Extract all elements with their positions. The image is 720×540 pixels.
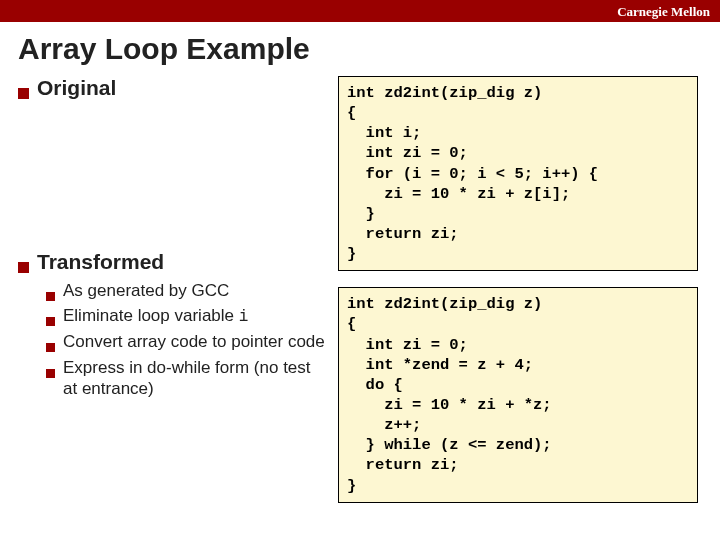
list-item: As generated by GCC [18,280,328,301]
square-bullet-icon [46,317,55,326]
content-area: Original Transformed As generated by GCC… [0,76,720,519]
brand-text: Carnegie Mellon [617,4,710,19]
list-text: Eliminate loop variable i [63,305,248,327]
square-bullet-icon [18,262,29,273]
code-original: int zd2int(zip_dig z) { int i; int zi = … [338,76,698,271]
square-bullet-icon [18,88,29,99]
heading-original: Original [37,76,116,100]
list-item: Express in do-while form (no test at ent… [18,357,328,400]
list-text: Express in do-while form (no test at ent… [63,357,328,400]
list-text: Convert array code to pointer code [63,331,325,352]
square-bullet-icon [46,343,55,352]
section-transformed: Transformed As generated by GCC Eliminat… [18,250,328,399]
list-text: As generated by GCC [63,280,229,301]
list-item: Eliminate loop variable i [18,305,328,327]
square-bullet-icon [46,369,55,378]
right-column: int zd2int(zip_dig z) { int i; int zi = … [338,76,698,519]
slide-title: Array Loop Example [0,22,720,76]
left-column: Original Transformed As generated by GCC… [18,76,338,519]
code-transformed: int zd2int(zip_dig z) { int zi = 0; int … [338,287,698,502]
heading-transformed: Transformed [37,250,164,274]
brand-bar: Carnegie Mellon [0,0,720,22]
section-original: Original [18,76,328,100]
list-item: Convert array code to pointer code [18,331,328,352]
square-bullet-icon [46,292,55,301]
